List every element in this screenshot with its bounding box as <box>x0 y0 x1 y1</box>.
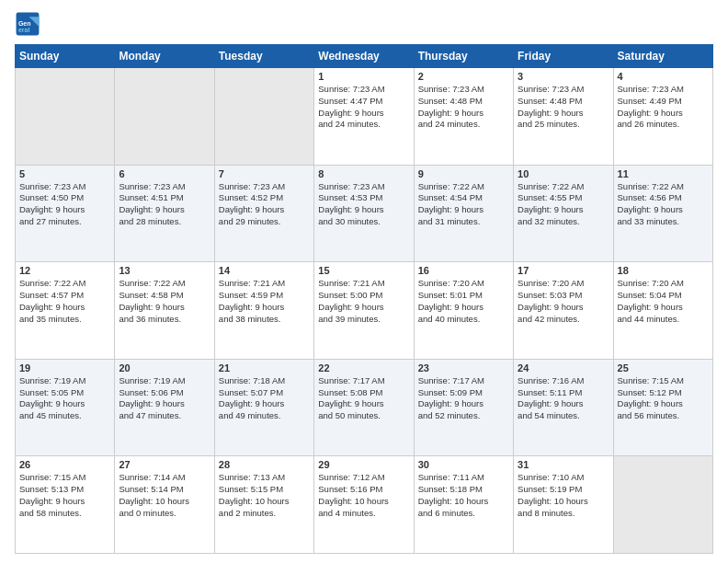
weekday-header-wednesday: Wednesday <box>314 45 414 68</box>
calendar-week-3: 12Sunrise: 7:22 AM Sunset: 4:57 PM Dayli… <box>16 262 713 360</box>
day-number: 20 <box>119 362 210 373</box>
day-number: 12 <box>19 265 110 276</box>
day-number: 22 <box>318 362 409 373</box>
calendar-header-row: SundayMondayTuesdayWednesdayThursdayFrid… <box>16 45 713 68</box>
day-number: 23 <box>418 362 509 373</box>
cell-content: Sunrise: 7:16 AM Sunset: 5:11 PM Dayligh… <box>518 375 609 422</box>
calendar-cell: 23Sunrise: 7:17 AM Sunset: 5:09 PM Dayli… <box>414 359 513 456</box>
cell-content: Sunrise: 7:22 AM Sunset: 4:55 PM Dayligh… <box>518 181 609 228</box>
svg-text:eral: eral <box>18 27 30 33</box>
svg-text:Gen: Gen <box>18 20 31 27</box>
day-number: 25 <box>618 362 709 373</box>
day-number: 19 <box>19 362 110 373</box>
day-number: 1 <box>318 71 409 82</box>
calendar-cell: 21Sunrise: 7:18 AM Sunset: 5:07 PM Dayli… <box>214 359 313 456</box>
calendar-cell: 13Sunrise: 7:22 AM Sunset: 4:58 PM Dayli… <box>115 262 214 360</box>
calendar-cell: 4Sunrise: 7:23 AM Sunset: 4:49 PM Daylig… <box>613 68 712 166</box>
calendar-cell: 30Sunrise: 7:11 AM Sunset: 5:18 PM Dayli… <box>414 456 513 554</box>
cell-content: Sunrise: 7:15 AM Sunset: 5:13 PM Dayligh… <box>19 472 110 519</box>
cell-content: Sunrise: 7:23 AM Sunset: 4:48 PM Dayligh… <box>518 84 609 131</box>
calendar-week-4: 19Sunrise: 7:19 AM Sunset: 5:05 PM Dayli… <box>16 359 713 456</box>
cell-content: Sunrise: 7:23 AM Sunset: 4:50 PM Dayligh… <box>19 181 110 228</box>
calendar-week-2: 5Sunrise: 7:23 AM Sunset: 4:50 PM Daylig… <box>16 165 713 262</box>
day-number: 8 <box>318 168 409 179</box>
day-number: 16 <box>418 265 509 276</box>
day-number: 14 <box>219 265 310 276</box>
day-number: 7 <box>219 168 310 179</box>
day-number: 26 <box>19 459 110 470</box>
day-number: 27 <box>119 459 210 470</box>
calendar-cell: 31Sunrise: 7:10 AM Sunset: 5:19 PM Dayli… <box>514 456 613 554</box>
cell-content: Sunrise: 7:23 AM Sunset: 4:53 PM Dayligh… <box>318 181 409 228</box>
calendar-body: 1Sunrise: 7:23 AM Sunset: 4:47 PM Daylig… <box>16 68 713 554</box>
day-number: 11 <box>618 168 709 179</box>
cell-content: Sunrise: 7:14 AM Sunset: 5:14 PM Dayligh… <box>119 472 210 519</box>
cell-content: Sunrise: 7:15 AM Sunset: 5:12 PM Dayligh… <box>618 375 709 422</box>
cell-content: Sunrise: 7:10 AM Sunset: 5:19 PM Dayligh… <box>518 472 609 519</box>
cell-content: Sunrise: 7:17 AM Sunset: 5:08 PM Dayligh… <box>318 375 409 422</box>
calendar-cell: 9Sunrise: 7:22 AM Sunset: 4:54 PM Daylig… <box>414 165 513 262</box>
cell-content: Sunrise: 7:18 AM Sunset: 5:07 PM Dayligh… <box>219 375 310 422</box>
cell-content: Sunrise: 7:23 AM Sunset: 4:51 PM Dayligh… <box>119 181 210 228</box>
day-number: 18 <box>618 265 709 276</box>
day-number: 10 <box>518 168 609 179</box>
day-number: 13 <box>119 265 210 276</box>
calendar-cell: 14Sunrise: 7:21 AM Sunset: 4:59 PM Dayli… <box>214 262 313 360</box>
day-number: 4 <box>618 71 709 82</box>
calendar-cell: 27Sunrise: 7:14 AM Sunset: 5:14 PM Dayli… <box>115 456 214 554</box>
day-number: 21 <box>219 362 310 373</box>
calendar-cell: 16Sunrise: 7:20 AM Sunset: 5:01 PM Dayli… <box>414 262 513 360</box>
cell-content: Sunrise: 7:17 AM Sunset: 5:09 PM Dayligh… <box>418 375 509 422</box>
day-number: 28 <box>219 459 310 470</box>
calendar-cell: 6Sunrise: 7:23 AM Sunset: 4:51 PM Daylig… <box>115 165 214 262</box>
cell-content: Sunrise: 7:22 AM Sunset: 4:56 PM Dayligh… <box>618 181 709 228</box>
cell-content: Sunrise: 7:13 AM Sunset: 5:15 PM Dayligh… <box>219 472 310 519</box>
calendar-cell: 8Sunrise: 7:23 AM Sunset: 4:53 PM Daylig… <box>314 165 414 262</box>
weekday-header-friday: Friday <box>514 45 613 68</box>
calendar-cell: 24Sunrise: 7:16 AM Sunset: 5:11 PM Dayli… <box>514 359 613 456</box>
calendar-cell: 12Sunrise: 7:22 AM Sunset: 4:57 PM Dayli… <box>16 262 115 360</box>
cell-content: Sunrise: 7:20 AM Sunset: 5:01 PM Dayligh… <box>418 278 509 325</box>
cell-content: Sunrise: 7:11 AM Sunset: 5:18 PM Dayligh… <box>418 472 509 519</box>
calendar-cell: 15Sunrise: 7:21 AM Sunset: 5:00 PM Dayli… <box>314 262 414 360</box>
calendar-cell: 5Sunrise: 7:23 AM Sunset: 4:50 PM Daylig… <box>16 165 115 262</box>
logo-icon: Gen eral <box>15 11 40 37</box>
calendar-cell: 20Sunrise: 7:19 AM Sunset: 5:06 PM Dayli… <box>115 359 214 456</box>
calendar-cell: 29Sunrise: 7:12 AM Sunset: 5:16 PM Dayli… <box>314 456 414 554</box>
calendar-cell: 22Sunrise: 7:17 AM Sunset: 5:08 PM Dayli… <box>314 359 414 456</box>
calendar-cell: 7Sunrise: 7:23 AM Sunset: 4:52 PM Daylig… <box>214 165 313 262</box>
day-number: 30 <box>418 459 509 470</box>
cell-content: Sunrise: 7:23 AM Sunset: 4:52 PM Dayligh… <box>219 181 310 228</box>
day-number: 3 <box>518 71 609 82</box>
calendar-cell: 11Sunrise: 7:22 AM Sunset: 4:56 PM Dayli… <box>613 165 712 262</box>
cell-content: Sunrise: 7:20 AM Sunset: 5:04 PM Dayligh… <box>618 278 709 325</box>
cell-content: Sunrise: 7:21 AM Sunset: 4:59 PM Dayligh… <box>219 278 310 325</box>
cell-content: Sunrise: 7:22 AM Sunset: 4:58 PM Dayligh… <box>119 278 210 325</box>
calendar-cell: 1Sunrise: 7:23 AM Sunset: 4:47 PM Daylig… <box>314 68 414 166</box>
calendar-cell <box>115 68 214 166</box>
cell-content: Sunrise: 7:21 AM Sunset: 5:00 PM Dayligh… <box>318 278 409 325</box>
day-number: 31 <box>518 459 609 470</box>
cell-content: Sunrise: 7:22 AM Sunset: 4:54 PM Dayligh… <box>418 181 509 228</box>
day-number: 29 <box>318 459 409 470</box>
calendar-week-1: 1Sunrise: 7:23 AM Sunset: 4:47 PM Daylig… <box>16 68 713 166</box>
weekday-header-thursday: Thursday <box>414 45 513 68</box>
calendar-cell: 2Sunrise: 7:23 AM Sunset: 4:48 PM Daylig… <box>414 68 513 166</box>
header: Gen eral <box>15 11 713 37</box>
calendar-cell: 19Sunrise: 7:19 AM Sunset: 5:05 PM Dayli… <box>16 359 115 456</box>
day-number: 2 <box>418 71 509 82</box>
cell-content: Sunrise: 7:20 AM Sunset: 5:03 PM Dayligh… <box>518 278 609 325</box>
cell-content: Sunrise: 7:22 AM Sunset: 4:57 PM Dayligh… <box>19 278 110 325</box>
calendar-cell: 25Sunrise: 7:15 AM Sunset: 5:12 PM Dayli… <box>613 359 712 456</box>
page: Gen eral SundayMondayTuesdayWednesdayThu… <box>0 0 728 563</box>
calendar-cell: 26Sunrise: 7:15 AM Sunset: 5:13 PM Dayli… <box>16 456 115 554</box>
day-number: 9 <box>418 168 509 179</box>
calendar-cell: 17Sunrise: 7:20 AM Sunset: 5:03 PM Dayli… <box>514 262 613 360</box>
cell-content: Sunrise: 7:12 AM Sunset: 5:16 PM Dayligh… <box>318 472 409 519</box>
day-number: 17 <box>518 265 609 276</box>
calendar-cell: 28Sunrise: 7:13 AM Sunset: 5:15 PM Dayli… <box>214 456 313 554</box>
cell-content: Sunrise: 7:23 AM Sunset: 4:49 PM Dayligh… <box>618 84 709 131</box>
weekday-header-monday: Monday <box>115 45 214 68</box>
cell-content: Sunrise: 7:19 AM Sunset: 5:06 PM Dayligh… <box>119 375 210 422</box>
weekday-header-saturday: Saturday <box>613 45 712 68</box>
